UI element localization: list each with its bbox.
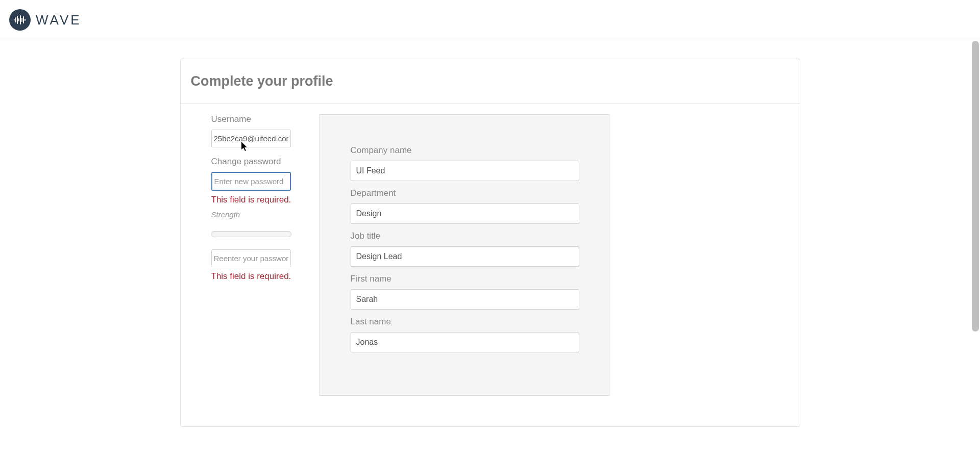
- username-input[interactable]: [211, 130, 291, 147]
- department-input[interactable]: [351, 203, 579, 224]
- firstname-group: First name: [351, 274, 578, 310]
- jobtitle-input[interactable]: [351, 246, 579, 267]
- lastname-input[interactable]: [351, 332, 579, 352]
- reenter-error: This field is required.: [211, 271, 291, 282]
- lastname-label: Last name: [351, 317, 578, 327]
- jobtitle-group: Job title: [351, 231, 578, 267]
- change-password-label: Change password: [211, 157, 291, 167]
- password-strength-meter: [211, 231, 291, 237]
- page-title: Complete your profile: [191, 73, 790, 89]
- card-body: Username Change password This field is r…: [181, 104, 800, 426]
- department-group: Department: [351, 188, 578, 224]
- username-group: Username: [211, 114, 291, 147]
- brand-name: WAVE: [36, 12, 82, 28]
- profile-details-panel: Company name Department Job title First …: [320, 114, 609, 396]
- firstname-label: First name: [351, 274, 578, 284]
- password-group: Change password This field is required. …: [211, 157, 291, 282]
- credentials-column: Username Change password This field is r…: [211, 114, 291, 396]
- profile-card: Complete your profile Username Change pa…: [180, 59, 800, 427]
- company-group: Company name: [351, 145, 578, 181]
- reenter-password-input[interactable]: [211, 249, 291, 267]
- firstname-input[interactable]: [351, 289, 579, 310]
- lastname-group: Last name: [351, 317, 578, 352]
- department-label: Department: [351, 188, 578, 198]
- company-label: Company name: [351, 145, 578, 156]
- new-password-input[interactable]: [211, 172, 291, 191]
- app-header: WAVE: [0, 0, 980, 40]
- main-content: Complete your profile Username Change pa…: [0, 40, 980, 445]
- scrollbar[interactable]: [972, 41, 979, 445]
- username-label: Username: [211, 114, 291, 124]
- scrollbar-thumb[interactable]: [972, 41, 979, 332]
- strength-label: Strength: [211, 210, 291, 219]
- brand-logo[interactable]: WAVE: [9, 9, 82, 31]
- wave-logo-icon: [9, 9, 31, 31]
- card-header: Complete your profile: [181, 59, 800, 104]
- jobtitle-label: Job title: [351, 231, 578, 241]
- company-input[interactable]: [351, 161, 579, 181]
- password-error: This field is required.: [211, 195, 291, 205]
